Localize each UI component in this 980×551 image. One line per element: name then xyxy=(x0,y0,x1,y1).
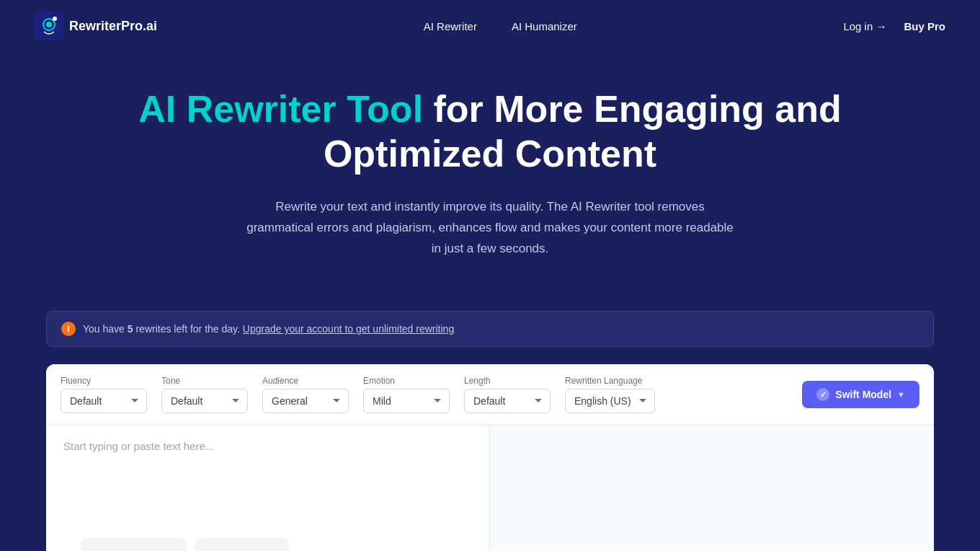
tool-container: Fluency Default Tone Default Audience Ge… xyxy=(46,364,934,551)
buy-pro-button[interactable]: Buy Pro xyxy=(904,20,945,32)
navbar: RewriterPro.ai AI Rewriter AI Humanizer … xyxy=(0,0,980,52)
hero-subtitle: Rewrite your text and instantly improve … xyxy=(245,197,735,260)
output-area xyxy=(490,426,934,551)
hero-section: AI Rewriter Tool for More Engaging and O… xyxy=(0,52,980,288)
input-area: Try A Sample Paste text xyxy=(46,426,490,551)
nav-ai-humanizer[interactable]: AI Humanizer xyxy=(512,20,577,32)
emotion-label: Emotion xyxy=(363,376,450,386)
info-icon: i xyxy=(61,322,76,336)
hero-title: AI Rewriter Tool for More Engaging and O… xyxy=(58,87,922,177)
tone-select[interactable]: Default xyxy=(161,389,248,413)
tone-label: Tone xyxy=(161,376,248,386)
tone-group: Tone Default xyxy=(161,376,248,413)
language-select[interactable]: English (US) xyxy=(565,389,655,413)
swift-chevron-icon: ▼ xyxy=(897,390,905,399)
text-input[interactable] xyxy=(63,440,472,526)
language-label: Rewritten Language xyxy=(565,376,655,386)
action-buttons: Try A Sample Paste text xyxy=(63,529,472,551)
fluency-group: Fluency Default xyxy=(61,376,147,413)
length-label: Length xyxy=(464,376,551,386)
audience-select[interactable]: General xyxy=(262,389,349,413)
svg-point-3 xyxy=(53,17,57,21)
language-group: Rewritten Language English (US) xyxy=(565,376,655,413)
logo-icon xyxy=(35,12,63,40)
try-sample-button[interactable]: Try A Sample xyxy=(81,538,187,551)
emotion-select[interactable]: Mild xyxy=(363,389,450,413)
logo[interactable]: RewriterPro.ai xyxy=(35,12,157,40)
swift-model-label: Swift Model xyxy=(835,389,891,400)
hero-title-accent: AI Rewriter Tool xyxy=(138,88,423,130)
nav-ai-rewriter[interactable]: AI Rewriter xyxy=(424,20,477,32)
logo-text: RewriterPro.ai xyxy=(69,19,157,34)
emotion-group: Emotion Mild xyxy=(363,376,450,413)
swift-model-button[interactable]: ✓ Swift Model ▼ xyxy=(802,381,919,408)
info-banner: i You have 5 rewrites left for the day. … xyxy=(46,311,934,347)
svg-point-2 xyxy=(46,22,52,27)
paste-text-button[interactable]: Paste text xyxy=(195,538,289,551)
nav-links: AI Rewriter AI Humanizer xyxy=(424,20,577,32)
length-group: Length Default xyxy=(464,376,551,413)
fluency-select[interactable]: Default xyxy=(61,389,147,413)
fluency-label: Fluency xyxy=(61,376,147,386)
audience-label: Audience xyxy=(262,376,349,386)
swift-check-icon: ✓ xyxy=(816,388,829,401)
audience-group: Audience General xyxy=(262,376,349,413)
upgrade-link[interactable]: Upgrade your account to get unlimited re… xyxy=(243,323,454,335)
text-areas: Try A Sample Paste text xyxy=(46,426,934,551)
navbar-actions: Log in → Buy Pro xyxy=(843,20,945,32)
banner-text: You have 5 rewrites left for the day. Up… xyxy=(83,323,454,335)
length-select[interactable]: Default xyxy=(464,389,551,413)
login-button[interactable]: Log in → xyxy=(843,20,886,32)
tool-options: Fluency Default Tone Default Audience Ge… xyxy=(46,364,934,426)
